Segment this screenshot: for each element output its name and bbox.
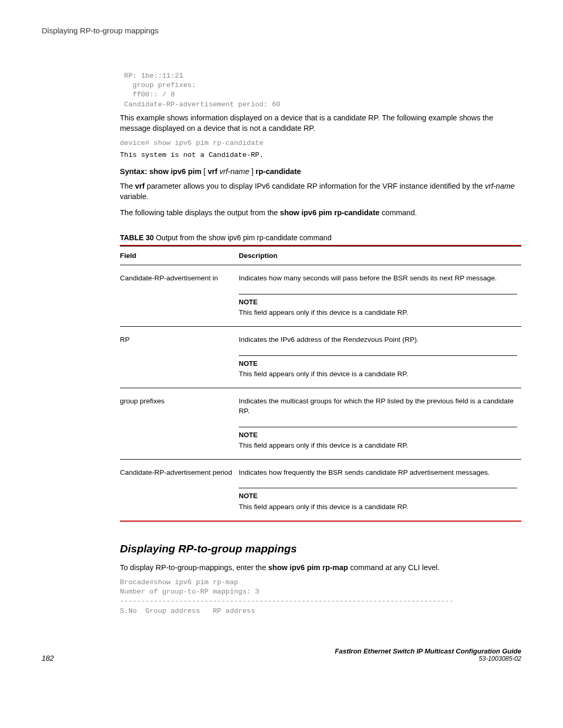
td-field: Candidate-RP-advertisement in [120,265,239,326]
table-row: group prefixes Indicates the multicast g… [120,388,521,459]
main-content: RP: 1be::11:21 group prefixes: ff00:: / … [120,71,521,616]
td-desc: Indicates the IPv6 address of the Rendez… [239,326,521,388]
table-header-row: Field Description [120,246,521,265]
note-rule [239,427,517,427]
syntax-bracket-close: ] [249,167,255,176]
table-row: Candidate-RP-advertisement period Indica… [120,459,521,520]
text: parameter allows you to display IPv6 can… [145,182,485,190]
note-text: This field appears only if this device i… [239,308,517,318]
desc-text: Indicates how frequently the BSR sends c… [239,468,490,476]
syntax-vrf: vrf [207,167,217,176]
note-label: NOTE [239,359,517,368]
page-footer: 182 FastIron Ethernet Switch IP Multicas… [42,647,521,662]
text: To display RP-to-group-mappings, enter t… [120,563,268,572]
table-row: RP Indicates the IPv6 address of the Ren… [120,326,521,388]
code-output-2: This system is not a Candidate-RP. [120,151,521,160]
table-number: TABLE 30 [120,233,154,242]
text-bold: vrf [135,182,145,190]
table-caption: TABLE 30 Output from the show ipv6 pim r… [120,233,521,242]
th-description: Description [239,246,521,265]
note-block: NOTE This field appears only if this dev… [239,427,517,451]
desc-text: Indicates the IPv6 address of the Rendez… [239,336,419,343]
syntax-label: Syntax: show ipv6 pim [120,167,201,176]
footer-title: FastIron Ethernet Switch IP Multicast Co… [335,647,521,655]
section2-paragraph: To display RP-to-group-mappings, enter t… [120,562,521,573]
th-field: Field [120,246,239,265]
td-field: RP [120,326,239,388]
text-bold: show ipv6 pim rp-candidate [280,208,380,217]
section-heading: Displaying RP-to-group mappings [120,542,521,555]
code-output-3: Brocade#show ipv6 pim rp-map Number of g… [120,578,521,616]
text-italic: vrf-name [485,182,515,190]
text-bold: show ipv6 pim rp-map [268,563,348,572]
note-label: NOTE [239,430,517,440]
page-container: Displaying RP-to-group mappings RP: 1be:… [0,0,563,683]
note-label: NOTE [239,298,517,307]
page-number: 182 [42,654,54,662]
code-command-1: device# show ipv6 pim rp-candidate [120,139,521,148]
table-row: Candidate-RP-advertisement in Indicates … [120,265,521,326]
footer-docnum: 53-1003085-02 [335,655,521,662]
page-header: Displaying RP-to-group mappings [42,26,521,35]
text: command at any CLI level. [348,563,440,572]
note-text: This field appears only if this device i… [239,369,517,379]
table-bottom-rule [120,521,521,522]
text: variable. [120,192,149,201]
note-rule [239,488,517,488]
note-text: This field appears only if this device i… [239,441,517,451]
td-field: group prefixes [120,388,239,459]
following-paragraph: The following table displays the output … [120,207,521,218]
syntax-bracket-open: [ [201,167,207,176]
td-desc: Indicates the multicast groups for which… [239,388,521,459]
td-desc: Indicates how many seconds will pass bef… [239,265,521,326]
syntax-vrfname: vrf-name [217,167,249,176]
footer-right: FastIron Ethernet Switch IP Multicast Co… [335,647,521,662]
td-desc: Indicates how frequently the BSR sends c… [239,459,521,520]
note-label: NOTE [239,491,517,501]
text: The [120,182,135,190]
note-rule [239,355,517,356]
note-rule [239,294,517,294]
note-block: NOTE This field appears only if this dev… [239,488,517,512]
note-block: NOTE This field appears only if this dev… [239,355,517,379]
intro-paragraph: This example shows information displayed… [120,113,521,134]
syntax-line: Syntax: show ipv6 pim [ vrf vrf-name ] r… [120,167,521,176]
note-block: NOTE This field appears only if this dev… [239,294,517,318]
text: command. [380,208,417,217]
desc-text: Indicates how many seconds will pass bef… [239,274,497,282]
note-text: This field appears only if this device i… [239,502,517,512]
vrf-paragraph: The vrf parameter allows you to display … [120,181,521,202]
td-field: Candidate-RP-advertisement period [120,459,239,520]
code-output-1: RP: 1be::11:21 group prefixes: ff00:: / … [120,71,521,109]
desc-text: Indicates the multicast groups for which… [239,397,513,415]
table-title: Output from the show ipv6 pim rp-candida… [154,233,332,242]
text: The following table displays the output … [120,208,280,217]
syntax-tail: rp-candidate [255,167,301,176]
output-table: Field Description Candidate-RP-advertise… [120,246,521,521]
